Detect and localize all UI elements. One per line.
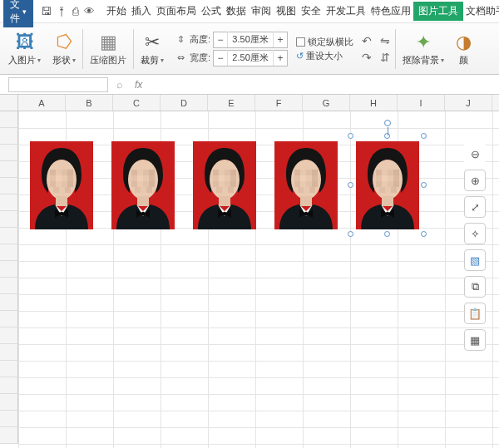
row-header[interactable] bbox=[0, 294, 18, 311]
width-decrease[interactable]: − bbox=[214, 52, 227, 64]
tab-6[interactable]: 视图 bbox=[274, 2, 299, 21]
row-header[interactable] bbox=[0, 361, 18, 377]
insert-picture-label: 入图片 bbox=[8, 54, 41, 66]
col-header-B[interactable]: B bbox=[66, 95, 113, 111]
row-header[interactable] bbox=[0, 244, 18, 261]
fx-search-icon[interactable]: ⌕ bbox=[116, 78, 123, 91]
flip-v-icon[interactable]: ⇵ bbox=[380, 51, 390, 64]
col-header-H[interactable]: H bbox=[350, 95, 398, 111]
select-all-corner[interactable] bbox=[0, 95, 18, 111]
row-header[interactable] bbox=[0, 427, 18, 444]
file-menu-button[interactable]: 文件 bbox=[3, 0, 33, 27]
rotate-right-icon[interactable]: ↷ bbox=[362, 51, 372, 64]
width-increase[interactable]: + bbox=[274, 52, 287, 64]
id-photo[interactable] bbox=[193, 141, 256, 229]
tab-10[interactable]: 图片工具 bbox=[413, 2, 463, 21]
crop-button[interactable]: ✂ 裁剪 bbox=[136, 26, 169, 72]
tab-7[interactable]: 安全 bbox=[299, 2, 324, 21]
preview-icon[interactable]: 👁 bbox=[84, 4, 95, 19]
col-header-F[interactable]: F bbox=[255, 95, 303, 111]
shapes-button[interactable]: ⭔ 形状 bbox=[47, 26, 81, 72]
row-header[interactable] bbox=[0, 178, 18, 194]
size-options: 锁定纵横比 ↺ 重设大小 bbox=[293, 36, 357, 62]
crop-tool-button[interactable]: ⟡ bbox=[464, 223, 486, 244]
rotate-left-icon[interactable]: ↶ bbox=[362, 34, 372, 47]
tab-1[interactable]: 插入 bbox=[129, 2, 154, 21]
id-photo[interactable] bbox=[274, 141, 338, 229]
tab-11[interactable]: 文档助手 bbox=[463, 2, 499, 21]
id-photo[interactable] bbox=[356, 141, 419, 229]
insert-picture-button[interactable]: 🖼 入图片 bbox=[3, 26, 46, 72]
reset-icon: ↺ bbox=[296, 51, 304, 62]
tab-strip: 开始插入页面布局公式数据审阅视图安全开发工具特色应用图片工具文档助手 bbox=[104, 2, 499, 21]
row-header[interactable] bbox=[0, 278, 18, 294]
row-header[interactable] bbox=[0, 228, 18, 244]
collapse-button[interactable]: ⊖ bbox=[464, 143, 486, 165]
file-menu-label: 文件 bbox=[10, 0, 20, 26]
height-increase[interactable]: + bbox=[274, 34, 287, 46]
grid-body[interactable] bbox=[0, 111, 499, 448]
height-spinner[interactable]: − 3.50厘米 + bbox=[213, 32, 288, 48]
export-icon[interactable]: ⭱ bbox=[57, 4, 67, 19]
col-header-I[interactable]: I bbox=[398, 95, 445, 111]
tab-0[interactable]: 开始 bbox=[104, 2, 129, 21]
flip-h-icon[interactable]: ⇋ bbox=[380, 34, 390, 47]
menu-bar: 文件 🖫 ⭱ ⎙ 👁 开始插入页面布局公式数据审阅视图安全开发工具特色应用图片工… bbox=[0, 0, 499, 23]
col-header-D[interactable]: D bbox=[161, 95, 208, 111]
lock-ratio-checkbox[interactable] bbox=[296, 37, 305, 47]
col-header-A[interactable]: A bbox=[18, 95, 66, 111]
zoom-button[interactable]: ⊕ bbox=[464, 170, 486, 191]
color-button[interactable]: ◑ 颜 bbox=[451, 26, 477, 72]
fx-label[interactable]: fx bbox=[135, 79, 142, 91]
worksheet[interactable]: ABCDEFGHIJ bbox=[0, 95, 499, 448]
copy-tool-button[interactable]: ⧉ bbox=[464, 276, 486, 298]
col-header-E[interactable]: E bbox=[208, 95, 255, 111]
row-header[interactable] bbox=[0, 211, 18, 228]
height-decrease[interactable]: − bbox=[214, 34, 227, 46]
tab-3[interactable]: 公式 bbox=[199, 2, 224, 21]
compress-button[interactable]: ▦ 压缩图片 bbox=[85, 26, 131, 72]
tab-4[interactable]: 数据 bbox=[224, 2, 249, 21]
tab-5[interactable]: 审阅 bbox=[249, 2, 274, 21]
row-header[interactable] bbox=[0, 161, 18, 178]
col-header-J[interactable]: J bbox=[445, 95, 492, 111]
crop-label: 裁剪 bbox=[141, 54, 164, 66]
row-header[interactable] bbox=[0, 344, 18, 361]
row-header[interactable] bbox=[0, 377, 18, 394]
row-header[interactable] bbox=[0, 145, 18, 161]
reset-size-row[interactable]: ↺ 重设大小 bbox=[296, 50, 353, 62]
ribbon-separator bbox=[82, 29, 83, 69]
height-label: 高度: bbox=[190, 33, 210, 46]
group-tool-button[interactable]: ▦ bbox=[464, 329, 486, 351]
row-header[interactable] bbox=[0, 311, 18, 327]
tab-8[interactable]: 开发工具 bbox=[324, 2, 368, 21]
row-header[interactable] bbox=[0, 411, 18, 427]
col-header-G[interactable]: G bbox=[303, 95, 350, 111]
width-spinner[interactable]: − 2.50厘米 + bbox=[213, 50, 288, 66]
row-header[interactable] bbox=[0, 261, 18, 278]
row-header[interactable] bbox=[0, 394, 18, 411]
tab-9[interactable]: 特色应用 bbox=[368, 2, 413, 21]
id-photo[interactable] bbox=[111, 141, 175, 229]
row-header[interactable] bbox=[0, 111, 18, 128]
save-icon[interactable]: 🖫 bbox=[41, 4, 52, 19]
print-icon[interactable]: ⎙ bbox=[72, 4, 79, 19]
col-header-C[interactable]: C bbox=[113, 95, 161, 111]
column-headers: ABCDEFGHIJ bbox=[0, 95, 499, 111]
ribbon-separator bbox=[395, 29, 396, 69]
id-photo[interactable] bbox=[30, 141, 93, 229]
select-tool-button[interactable]: ▧ bbox=[464, 249, 486, 271]
remove-bg-icon: ✦ bbox=[416, 31, 431, 54]
lock-ratio-row[interactable]: 锁定纵横比 bbox=[296, 36, 353, 48]
name-box[interactable] bbox=[8, 77, 108, 92]
tab-2[interactable]: 页面布局 bbox=[154, 2, 199, 21]
row-header[interactable] bbox=[0, 327, 18, 344]
row-header[interactable] bbox=[0, 194, 18, 211]
fit-button[interactable]: ⤢ bbox=[464, 196, 486, 218]
width-value: 2.50厘米 bbox=[227, 50, 274, 66]
paste-tool-button[interactable]: 📋 bbox=[464, 303, 486, 324]
color-icon: ◑ bbox=[456, 31, 472, 54]
row-header[interactable] bbox=[0, 128, 18, 145]
floating-toolbar: ⊖ ⊕ ⤢ ⟡ ▧ ⧉ 📋 ▦ bbox=[464, 143, 486, 351]
remove-bg-button[interactable]: ✦ 抠除背景 bbox=[398, 26, 449, 72]
